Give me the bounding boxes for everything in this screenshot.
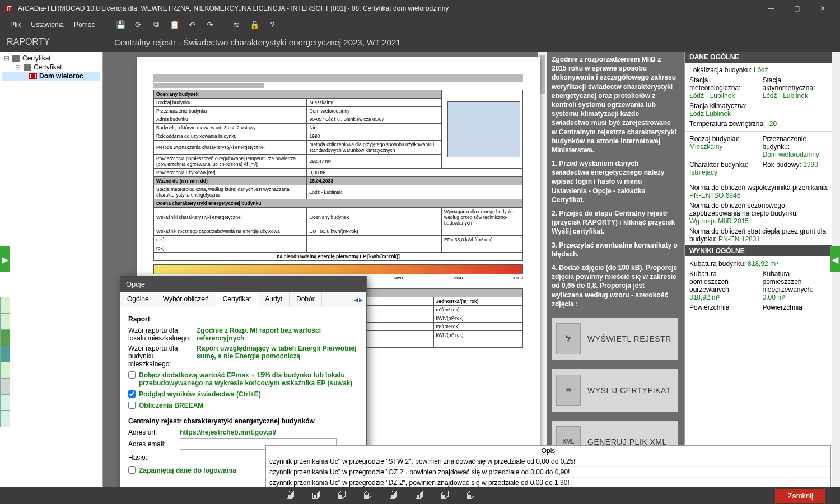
section-raport: Raport [128, 315, 358, 323]
breadcrumb: Centralny rejestr - Świadectwo charakter… [114, 38, 401, 47]
layers-icon[interactable]: ≋ [231, 20, 241, 30]
show-registry-button[interactable]: 🦅 WYŚWIETL REJESTR [552, 318, 678, 360]
info-step1: 1. Przed wysłaniem danych świadectwa ene… [552, 159, 678, 204]
checkbox-remember-label: Zapamiętaj dane do logowania [139, 466, 236, 474]
checkbox-preview[interactable] [128, 390, 136, 398]
data-panel: DANE OGÓLNE Lokalizacja budynku: Łódź St… [684, 52, 840, 487]
tab-calc-choice[interactable]: Wybór obliczeń [156, 292, 216, 307]
status-doc4-icon[interactable]: 🗐 [356, 491, 380, 501]
info-step2: 2. Przejść do etapu Centralny rejestr (p… [552, 209, 678, 236]
workspace: ⊟ Certyfikat ⊟ Certyfikat Dom wieloroc O… [0, 52, 840, 487]
value-template-building: Raport uwzględniający w tabeli Energii P… [197, 344, 358, 368]
menu-file[interactable]: Plik [10, 21, 21, 29]
status-doc7-icon[interactable]: 🗐 [433, 491, 457, 501]
location-value: Łódź [754, 66, 768, 74]
send-certificate-button[interactable]: ✉ WYŚLIJ CERTYFIKAT [552, 369, 678, 412]
tree-leaf[interactable]: Dom wieloroc [2, 72, 100, 81]
send-certificate-label: WYŚLIJ CERTYFIKAT [587, 386, 671, 395]
status-doc2-icon[interactable]: 🗐 [305, 491, 328, 501]
left-flyout-tab[interactable]: ▶ [0, 246, 10, 272]
messages-header: Opis [266, 446, 830, 456]
status-doc1-icon[interactable]: 🗐 [279, 491, 302, 501]
label-url: Adres url: [128, 428, 174, 436]
app-icon: IT [4, 4, 13, 13]
statusbar: 🗐 🗐 🗐 🗐 🗐 🗐 🗐 🗐 Zamknij [0, 487, 840, 504]
tabs-scroll-left-icon[interactable]: ◂ [354, 295, 358, 304]
info-step4: 4. Dodać zdjęcie (do 100 kB). Proporcje … [552, 263, 678, 309]
show-registry-label: WYŚWIETL REJESTR [587, 334, 671, 343]
checkbox-remember[interactable] [128, 466, 136, 474]
message-row[interactable]: czynnik przenikania Uc" w przegrodzie "D… [266, 478, 830, 488]
side-tab-8[interactable] [0, 410, 10, 427]
value-template-flat: Zgodnie z Rozp. MI raport bez wartości r… [197, 326, 358, 342]
close-button[interactable]: ✕ [810, 0, 836, 17]
side-tab-7[interactable] [0, 394, 10, 411]
tree-child[interactable]: ⊟ Certyfikat [2, 63, 100, 72]
menubar: Plik Ustawienia Pomoc 💾 ⟳ ⧉ 📋 ↶ ↷ ≋ 🔒 ? [0, 17, 840, 32]
side-tab-2[interactable] [0, 313, 10, 330]
message-row[interactable]: czynnik przenikania Uc" w przegrodzie "S… [266, 456, 830, 467]
tree-root-label: Certyfikat [22, 54, 51, 62]
undo-icon[interactable]: ↶ [187, 20, 197, 30]
label-password: Hasło: [128, 454, 174, 461]
side-tab-3[interactable] [0, 329, 10, 346]
save-icon[interactable]: 💾 [115, 20, 125, 30]
help-icon[interactable]: ? [267, 20, 277, 30]
tree-collapse-icon[interactable]: ⊟ [15, 63, 21, 71]
tab-selection[interactable]: Dobór [290, 292, 322, 307]
menu-help[interactable]: Pomoc [74, 21, 95, 29]
checkbox-breeam[interactable] [128, 402, 136, 409]
lock-icon[interactable]: 🔒 [249, 20, 259, 30]
side-tab-1[interactable] [0, 297, 10, 314]
ep-gradient-bar [153, 264, 523, 274]
status-doc6-icon[interactable]: 🗐 [408, 491, 431, 501]
side-tab-4[interactable] [0, 346, 10, 362]
status-doc5-icon[interactable]: 🗐 [382, 491, 405, 501]
tab-audit[interactable]: Audyt [258, 292, 290, 307]
building-photo [447, 101, 520, 157]
tab-general[interactable]: Ogólne [120, 292, 156, 307]
sidebar: ⊟ Certyfikat ⊟ Certyfikat Dom wieloroc [0, 52, 103, 487]
left-color-tabs [0, 297, 10, 427]
menu-settings[interactable]: Ustawienia [31, 21, 64, 29]
messages-grid: Opis czynnik przenikania Uc" w przegrodz… [265, 445, 831, 487]
project-tree: ⊟ Certyfikat ⊟ Certyfikat Dom wieloroc [0, 52, 102, 83]
options-tabs: Ogólne Wybór obliczeń Certyfikat Audyt D… [120, 292, 366, 307]
instructions-panel: Zgodnie z rozporządzeniem MIiB z 2015 ro… [547, 52, 684, 487]
sub-header: RAPORTY Centralny rejestr - Świadectwo c… [0, 32, 840, 52]
checkbox-epmax[interactable] [128, 371, 136, 379]
checkbox-epmax-label: Dołącz dodatkową wartość EPmax + 15% dla… [139, 371, 358, 387]
document-viewport: Oceniany budynek Rodzaj budynkuMieszkaln… [103, 52, 547, 487]
maximize-button[interactable]: ▢ [784, 0, 810, 17]
tree-leaf-label: Dom wieloroc [39, 72, 83, 80]
options-title: Opcje [120, 276, 366, 292]
tree-root[interactable]: ⊟ Certyfikat [2, 54, 100, 63]
reports-label: RAPORTY [7, 37, 103, 47]
redo-icon[interactable]: ↷ [205, 20, 215, 30]
close-report-button[interactable]: Zamknij [775, 489, 825, 503]
info-step3: 3. Przeczytać ewentualne komunikaty o bł… [552, 241, 678, 259]
label-template-building: Wzór raportu dla budynku mieszkalnego: [128, 344, 191, 368]
side-tab-5[interactable] [0, 362, 10, 379]
right-flyout-tab[interactable]: ◀ [830, 246, 840, 272]
menu-divider [105, 20, 105, 30]
toolbar-divider [223, 20, 223, 30]
registry-icon: 🦅 [556, 323, 581, 354]
tree-collapse-icon[interactable]: ⊟ [3, 54, 10, 62]
window-title: ArCADia-TERMOCAD 10.0 Licencja dla: WEWN… [18, 4, 758, 12]
message-row[interactable]: czynnik przenikania Uc" w przegrodzie "O… [266, 467, 830, 478]
side-tab-6[interactable] [0, 378, 10, 395]
flag-icon [29, 73, 37, 79]
titlebar: IT ArCADia-TERMOCAD 10.0 Licencja dla: W… [0, 0, 840, 17]
copy-icon[interactable]: ⧉ [151, 20, 161, 30]
label-template-flat: Wzór raportu dla lokalu mieszkalnego: [128, 326, 191, 342]
label-email: Adres email: [128, 440, 174, 448]
tab-certificate[interactable]: Certyfikat [216, 292, 259, 307]
status-doc3-icon[interactable]: 🗐 [330, 491, 354, 501]
refresh-icon[interactable]: ⟳ [133, 20, 143, 30]
tabs-scroll-right-icon[interactable]: ▸ [359, 295, 363, 304]
tree-child-label: Certyfikat [34, 63, 62, 71]
paste-icon[interactable]: 📋 [169, 20, 179, 30]
minimize-button[interactable]: — [758, 0, 784, 17]
status-doc8-icon[interactable]: 🗐 [459, 491, 483, 501]
